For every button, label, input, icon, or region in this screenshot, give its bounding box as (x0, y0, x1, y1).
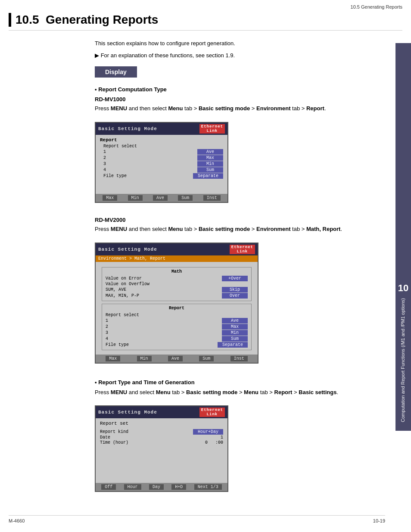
report-group: Report Report select 1 Ave 2 Max 3 Min (102, 304, 252, 350)
rdmv1000-rows: 1 Ave 2 Max 3 Min 4 Sum (103, 149, 223, 179)
rdmv1000-footer: Max Min Ave Sum Inst (96, 194, 227, 202)
rdmv2000-title-text: Basic Setting Mode (98, 247, 157, 252)
footer-btn-min2: Min (137, 356, 152, 361)
rdmv1000-report-label: Report (100, 137, 223, 143)
report-type-body: Report set Report kind Hour+Day Date 1 T… (96, 418, 227, 483)
chapter-title-block: 10.5 Generating Reports (9, 13, 402, 27)
footer-btn-max2: Max (106, 356, 120, 361)
footer-btn-hour: Hour (124, 484, 141, 490)
display-badge: Display (95, 66, 137, 78)
table-row: 2 Max (106, 324, 248, 330)
table-row: 2 Max (103, 155, 223, 161)
rdmv2000-device: Basic Setting Mode EthernetLink Environm… (95, 243, 258, 364)
footer-btn-sum: Sum (178, 195, 193, 201)
intro-line1: This section explains how to configure r… (95, 39, 402, 48)
footer-btn-ave: Ave (153, 195, 168, 201)
rdmv1000-screen: Basic Setting Mode EthernetLink Report R… (95, 122, 228, 203)
report-title: Report (106, 306, 248, 311)
table-row: Time (hour) 0 :00 (100, 440, 223, 445)
math-title: Math (106, 269, 248, 274)
sidebar-chapter-number: 10 (398, 283, 408, 294)
table-row: 4 Sum (106, 336, 248, 342)
section-title-2: Report Type and Time of Generation (95, 379, 195, 386)
rdmv1000-report-select: Report select (103, 143, 223, 149)
rdmv2000-label: RD-MV2000 (95, 217, 402, 223)
rdmv1000-device: Basic Setting Mode EthernetLink Report R… (95, 122, 228, 203)
rdmv1000-ethernet: EthernetLink (199, 124, 225, 134)
rdmv1000-title-text: Basic Setting Mode (98, 126, 157, 131)
footer-btn-day: Day (149, 484, 164, 490)
table-row: 1 Ave (103, 149, 223, 155)
report-type-instruction: Press MENU and select Menu tab > Basic s… (95, 388, 402, 397)
section-title-1: Report Computation Type (95, 86, 167, 93)
footer-btn-ave2: Ave (168, 356, 183, 361)
section-report-computation: Report Computation Type (95, 86, 402, 93)
sidebar-right: 10 Computation and Report Functions (/M1… (395, 43, 411, 431)
footer-btn-next: Next 1/3 (194, 484, 222, 490)
rdmv2000-instruction: Press MENU and then select Menu tab > Ba… (95, 225, 402, 234)
footer-right: 10-19 (373, 518, 385, 523)
table-row: 4 Sum (103, 167, 223, 173)
rdmv2000-ethernet: EthernetLink (230, 245, 255, 254)
report-type-title-text: Basic Setting Mode (98, 410, 157, 415)
sidebar-rotated-text: Computation and Report Functions (/M1 an… (400, 298, 406, 422)
rdmv1000-label: RD-MV1000 (95, 96, 402, 103)
report-type-ethernet: EthernetLink (199, 408, 225, 417)
rdmv1000-titlebar: Basic Setting Mode EthernetLink (96, 123, 227, 135)
table-row: Value on Error +Over (106, 276, 248, 281)
footer-btn-off: Off (101, 484, 116, 490)
rdmv2000-footer: Max Min Ave Sum Inst (96, 355, 258, 363)
footer-btn-min: Min (128, 195, 143, 201)
report-type-titlebar: Basic Setting Mode EthernetLink (96, 406, 227, 418)
footer-btn-inst: Inst (203, 195, 221, 201)
footer-btn-hd: H+D (171, 484, 186, 490)
content-area: This section explains how to configure r… (95, 39, 402, 500)
table-row: MAX, MIN, P-P Over (106, 293, 248, 299)
rdmv2000-titlebar: Basic Setting Mode EthernetLink (96, 243, 258, 255)
table-row: 3 Min (106, 330, 248, 336)
section-report-type: Report Type and Time of Generation (95, 379, 402, 386)
rdmv2000-breadcrumb: Environment > Math, Report (96, 255, 258, 262)
table-row: Value on Overflow (106, 282, 248, 286)
report-type-footer: Off Hour Day H+D Next 1/3 (96, 483, 227, 491)
table-row: 1 Ave (106, 318, 248, 324)
table-row: SUM, AVE Skip (106, 287, 248, 292)
footer-btn-sum2: Sum (199, 356, 214, 361)
math-group: Math Value on Error +Over Value on Overf… (102, 267, 252, 301)
report-set-label: Report set (100, 421, 223, 426)
rdmv1000-instruction: Press MENU and then select Menu tab > Ba… (95, 104, 402, 113)
footer-btn-inst2: Inst (230, 356, 248, 361)
chapter-title: 10.5 Generating Reports (16, 13, 158, 27)
rdmv1000-body: Report Report select 1 Ave 2 Max 3 M (96, 135, 227, 194)
rdmv2000-body: Math Value on Error +Over Value on Overf… (96, 262, 258, 355)
footer-btn-max: Max (103, 195, 117, 201)
footer-left: M-4660 (9, 518, 25, 523)
report-type-device: Basic Setting Mode EthernetLink Report s… (95, 405, 228, 492)
table-row: Report kind Hour+Day (100, 429, 223, 435)
page-footer: M-4660 10-19 (9, 515, 385, 523)
rdmv2000-screen: Basic Setting Mode EthernetLink Environm… (95, 243, 258, 364)
intro-line2: For an explanation of these functions, s… (95, 51, 402, 60)
file-type-row: File type Separate (106, 342, 248, 348)
table-row: Date 1 (100, 435, 223, 440)
file-type-row: File type Separate (103, 173, 223, 179)
table-row: 3 Min (103, 161, 223, 167)
page-header-right: 10.5 Generating Reports (351, 4, 402, 9)
report-type-screen: Basic Setting Mode EthernetLink Report s… (95, 405, 228, 492)
